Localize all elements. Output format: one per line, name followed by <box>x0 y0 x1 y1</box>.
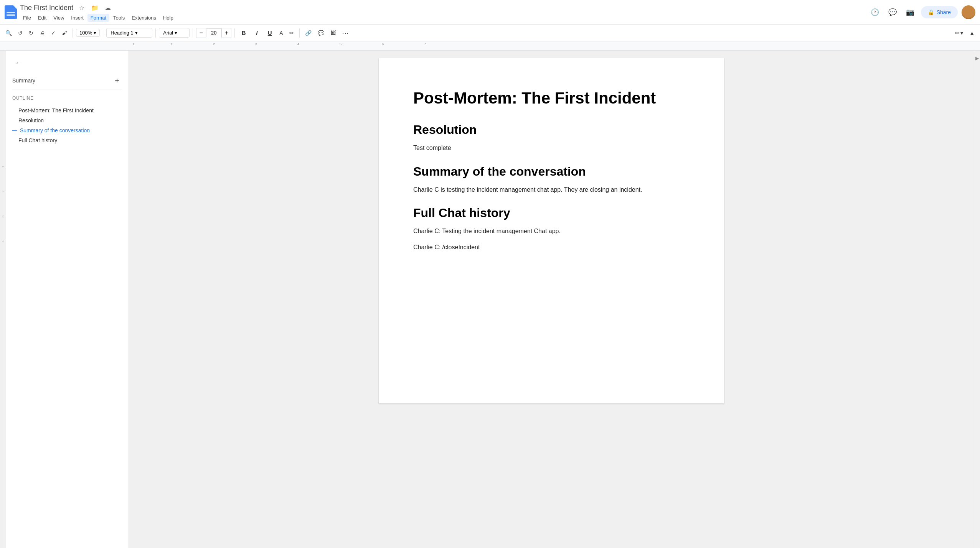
link-icon: 🔗 <box>305 30 312 36</box>
folder-button[interactable]: 📁 <box>89 2 100 13</box>
ruler-mark-5: 4 <box>297 42 299 46</box>
menu-format[interactable]: Format <box>87 14 109 22</box>
top-bar: The First Incident ☆ 📁 ☁ File Edit View … <box>0 0 980 25</box>
doc-body-1[interactable]: Test complete <box>413 143 690 153</box>
separator-3 <box>155 28 156 38</box>
text-color-button[interactable]: A <box>277 28 285 38</box>
doc-section-1: Resolution Test complete <box>413 123 690 153</box>
main-layout: 1 2 3 4 ← Summary + Outline Post-Mortem:… <box>0 51 980 548</box>
more-icon: ⋯ <box>342 29 349 37</box>
highlight-icon: ✏ <box>289 30 294 36</box>
italic-button[interactable]: I <box>251 27 262 39</box>
redo-icon: ↻ <box>29 30 33 36</box>
top-bar-right: 🕐 💬 📷 🔒 Share <box>868 5 975 19</box>
format-paint-button[interactable]: 🖌 <box>59 28 69 38</box>
menu-file[interactable]: File <box>20 14 34 22</box>
comment-icon: 💬 <box>318 30 324 36</box>
menu-bar: File Edit View Insert Format Tools Exten… <box>20 14 865 22</box>
separator-6 <box>299 28 300 38</box>
comment-button[interactable]: 💬 <box>315 28 327 38</box>
more-options-button[interactable]: ⋯ <box>340 27 351 39</box>
cloud-button[interactable]: ☁ <box>102 2 113 13</box>
zoom-value: 100% <box>79 30 92 36</box>
style-value: Heading 1 <box>111 30 133 36</box>
sidebar-back-button[interactable]: ← <box>12 57 25 69</box>
separator-4 <box>193 28 193 38</box>
doc-body-2[interactable]: Charlie C is testing the incident manage… <box>413 185 690 195</box>
doc-area[interactable]: Post-Mortem: The First Incident Resoluti… <box>129 51 974 548</box>
doc-body-3-line2[interactable]: Charlie C: /closeIncident <box>413 242 690 252</box>
ruler-mark-8: 7 <box>424 42 426 46</box>
doc-body-3-line1[interactable]: Charlie C: Testing the incident manageme… <box>413 226 690 236</box>
separator-5 <box>234 28 235 38</box>
sidebar-summary-label: Summary <box>12 77 35 84</box>
outline-item-2[interactable]: Resolution <box>12 115 122 125</box>
spellcheck-icon: ✓ <box>51 30 56 36</box>
doc-heading-1[interactable]: Resolution <box>413 123 690 137</box>
menu-edit[interactable]: Edit <box>35 14 49 22</box>
menu-extensions[interactable]: Extensions <box>129 14 159 22</box>
history-button[interactable]: 🕐 <box>868 5 882 19</box>
font-size-value[interactable]: 20 <box>206 28 221 37</box>
ruler-mark-2: 1 <box>171 42 173 46</box>
camera-icon: 📷 <box>906 8 914 16</box>
sidebar-summary-row: Summary + <box>12 75 122 86</box>
spellcheck-button[interactable]: ✓ <box>49 28 58 38</box>
outline-item-3[interactable]: Summary of the conversation <box>12 125 122 135</box>
outline-item-4[interactable]: Full Chat history <box>12 135 122 145</box>
menu-insert[interactable]: Insert <box>68 14 87 22</box>
collapse-toolbar-button[interactable]: ▲ <box>967 28 977 38</box>
ruler-mark-3: 2 <box>213 42 215 46</box>
chat-icon: 💬 <box>888 8 897 16</box>
doc-title[interactable]: The First Incident <box>20 4 73 12</box>
ruler-content: 1 1 2 3 4 5 6 7 <box>129 41 980 50</box>
font-value: Arial <box>163 30 173 36</box>
image-button[interactable]: 🖼 <box>328 28 338 38</box>
history-icon: 🕐 <box>871 8 879 16</box>
image-icon: 🖼 <box>330 30 336 36</box>
print-button[interactable]: 🖨 <box>37 28 47 38</box>
zoom-chevron-icon: ▾ <box>94 30 96 36</box>
font-size-increase[interactable]: + <box>221 28 231 38</box>
add-icon: + <box>115 76 119 85</box>
separator-1 <box>73 28 73 38</box>
text-color-icon: A <box>279 30 283 36</box>
menu-view[interactable]: View <box>50 14 67 22</box>
redo-button[interactable]: ↻ <box>26 28 36 38</box>
meet-button[interactable]: 📷 <box>903 5 917 19</box>
font-size-decrease[interactable]: − <box>196 28 206 38</box>
back-icon: ← <box>15 59 22 67</box>
bold-button[interactable]: B <box>238 27 249 39</box>
right-panel-toggle[interactable]: ▶ <box>973 54 980 62</box>
edit-pencil-button[interactable]: ✏ ▾ <box>953 28 965 38</box>
style-dropdown[interactable]: Heading 1 ▾ <box>106 28 152 38</box>
menu-tools[interactable]: Tools <box>110 14 128 22</box>
chat-button[interactable]: 💬 <box>886 5 899 19</box>
menu-help[interactable]: Help <box>160 14 177 22</box>
font-dropdown[interactable]: Arial ▾ <box>159 28 190 38</box>
doc-title-area: The First Incident ☆ 📁 ☁ File Edit View … <box>20 2 865 22</box>
edit-chevron-icon: ▾ <box>960 30 963 36</box>
doc-heading-3[interactable]: Full Chat history <box>413 206 690 220</box>
print-icon: 🖨 <box>40 30 45 36</box>
doc-heading-2[interactable]: Summary of the conversation <box>413 165 690 179</box>
link-button[interactable]: 🔗 <box>303 28 314 38</box>
underline-button[interactable]: U <box>264 27 276 39</box>
undo-button[interactable]: ↺ <box>16 28 25 38</box>
outline-item-1[interactable]: Post-Mortem: The First Incident <box>12 105 122 115</box>
share-button[interactable]: 🔒 Share <box>921 6 958 18</box>
ruler-mark-4: 3 <box>255 42 257 46</box>
zoom-control[interactable]: 100% ▾ <box>76 29 100 37</box>
edit-pencil-icon: ✏ <box>955 30 960 36</box>
star-button[interactable]: ☆ <box>76 2 87 13</box>
avatar[interactable] <box>962 5 975 19</box>
separator-2 <box>103 28 103 38</box>
ruler-mark-1: 1 <box>132 42 134 46</box>
sidebar-add-button[interactable]: + <box>112 75 122 86</box>
toolbar: 🔍 ↺ ↻ 🖨 ✓ 🖌 100% ▾ Heading 1 ▾ Arial ▾ −… <box>0 25 980 41</box>
search-button[interactable]: 🔍 <box>3 28 14 38</box>
doc-main-title[interactable]: Post-Mortem: The First Incident <box>413 89 690 107</box>
doc-page: Post-Mortem: The First Incident Resoluti… <box>379 58 724 403</box>
style-chevron-icon: ▾ <box>135 30 138 36</box>
highlight-button[interactable]: ✏ <box>287 28 296 38</box>
